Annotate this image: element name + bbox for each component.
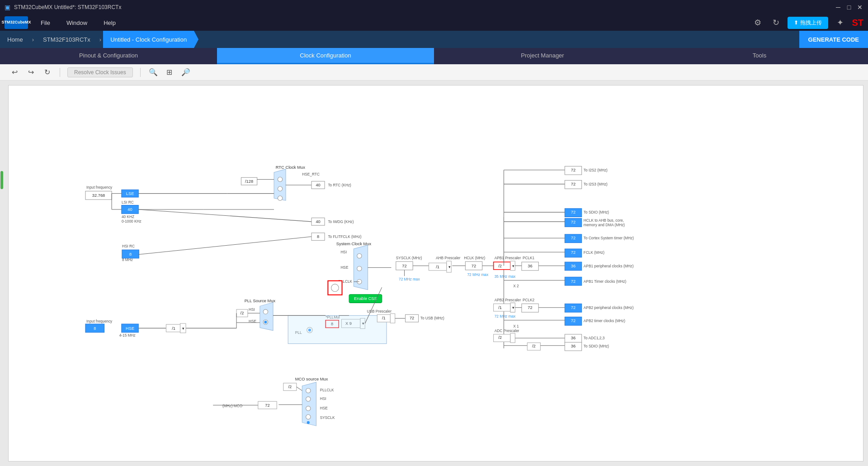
svg-text:To USB (MHz): To USB (MHz)	[420, 316, 444, 320]
tabbar: Pinout & Configuration Clock Configurati…	[0, 48, 868, 64]
svg-text:SYSCLK (MHz): SYSCLK (MHz)	[396, 256, 422, 260]
generate-code-button[interactable]: GENERATE CODE	[799, 31, 868, 48]
svg-text:32.768: 32.768	[92, 193, 105, 198]
svg-text:35 MHz max: 35 MHz max	[495, 274, 516, 279]
tab-tools[interactable]: Tools	[651, 48, 868, 64]
svg-text:72 MHz max: 72 MHz max	[467, 272, 489, 277]
breadcrumb-chip[interactable]: STM32F103RCTx	[36, 31, 98, 48]
svg-text:HSI: HSI	[340, 250, 347, 254]
svg-text:72: 72	[265, 403, 269, 408]
svg-text:8: 8	[129, 252, 132, 257]
maximize-btn[interactable]: □	[845, 4, 853, 11]
toolbar-sep2	[140, 68, 141, 77]
svg-text:72: 72	[571, 236, 576, 240]
main-area: Input frequency 32.768 LSE LSI RC 40 40 …	[0, 81, 868, 466]
toolbar: ↩ ↪ ↻ Resolve Clock Issues 🔍 ⊞ 🔎	[0, 64, 868, 81]
upload-icon: ⬆	[794, 19, 798, 26]
svg-line-39	[138, 209, 311, 222]
svg-text:To SDIO (MHz): To SDIO (MHz)	[584, 210, 609, 214]
svg-rect-179	[288, 315, 387, 343]
svg-text:PCLK1: PCLK1	[523, 256, 535, 260]
svg-point-199	[306, 397, 311, 401]
logo-line1: STM32	[2, 20, 15, 25]
svg-marker-115	[510, 333, 515, 343]
svg-text:36: 36	[571, 344, 576, 348]
close-btn[interactable]: ✕	[856, 4, 863, 11]
svg-text:To Cortex System timer (MHz): To Cortex System timer (MHz)	[584, 236, 634, 240]
redo-button[interactable]: ↪	[25, 67, 36, 78]
minimize-btn[interactable]: ─	[835, 4, 842, 11]
svg-text:ADC Prescaler: ADC Prescaler	[495, 328, 519, 333]
svg-text:To FLITFCLK (MHz): To FLITFCLK (MHz)	[328, 234, 361, 239]
svg-text:MCO source Mux: MCO source Mux	[295, 377, 328, 381]
svg-text:▾: ▾	[512, 264, 514, 268]
resolve-clock-button[interactable]: Resolve Clock Issues	[67, 67, 133, 77]
svg-text:▾: ▾	[448, 265, 451, 269]
svg-text:40: 40	[127, 207, 132, 212]
tab-pinout[interactable]: Pinout & Configuration	[0, 48, 217, 64]
app-icon: ▣	[5, 4, 10, 11]
svg-text:72: 72	[571, 182, 576, 186]
menubar: STM32 CubeMX File Window Help ⚙ ↻ ⬆ 拖拽上传…	[0, 14, 868, 31]
svg-text:40: 40	[316, 183, 320, 187]
svg-point-31	[278, 196, 282, 200]
breadcrumb-home[interactable]: Home	[0, 31, 30, 48]
svg-point-198	[306, 388, 311, 393]
svg-text:72: 72	[571, 210, 576, 214]
menu-file[interactable]: File	[37, 18, 54, 28]
svg-text:36: 36	[571, 336, 576, 340]
svg-text:36: 36	[528, 264, 532, 268]
network-icon[interactable]: ✦	[834, 16, 846, 29]
svg-text:/2: /2	[532, 344, 536, 348]
svg-text:PCLK2: PCLK2	[523, 298, 535, 302]
svg-text:APB2 Prescaler: APB2 Prescaler	[495, 298, 521, 302]
menu-help[interactable]: Help	[100, 18, 119, 28]
fit-button[interactable]: ⊞	[164, 67, 175, 78]
svg-text:APB2 peripheral clocks (MHz): APB2 peripheral clocks (MHz)	[584, 305, 634, 310]
svg-text:Enable CSS: Enable CSS	[354, 296, 377, 301]
svg-text:72: 72	[571, 305, 576, 310]
svg-text:/1: /1	[382, 316, 386, 320]
svg-text:72: 72	[528, 305, 532, 310]
svg-text:72 MHz max: 72 MHz max	[495, 314, 516, 319]
clock-diagram: Input frequency 32.768 LSE LSI RC 40 40 …	[9, 86, 863, 461]
svg-text:To I2S2 (MHz): To I2S2 (MHz)	[584, 168, 608, 172]
svg-text:APB1 peripheral clocks (MHz): APB1 peripheral clocks (MHz)	[584, 264, 634, 268]
menu-window[interactable]: Window	[63, 18, 91, 28]
svg-text:72: 72	[571, 250, 576, 255]
svg-point-30	[278, 186, 282, 191]
svg-text:8: 8	[317, 234, 319, 239]
refresh-toolbar-button[interactable]: ↻	[42, 67, 52, 78]
svg-text:/128: /128	[245, 179, 253, 184]
titlebar-text: STM32CubeMX Untitled*: STM32F103RCTx	[14, 4, 121, 10]
svg-text:To I2S3 (MHz): To I2S3 (MHz)	[584, 182, 608, 186]
svg-text:72: 72	[410, 316, 414, 320]
app-logo: STM32 CubeMX	[5, 16, 28, 29]
zoom-out-button[interactable]: 🔎	[180, 67, 191, 78]
svg-text:To RTC (KHz): To RTC (KHz)	[328, 183, 351, 187]
svg-text:LSE: LSE	[126, 191, 134, 196]
svg-text:/1: /1	[436, 265, 439, 269]
settings-icon[interactable]: ⚙	[751, 16, 764, 29]
upload-button[interactable]: ⬆ 拖拽上传	[788, 17, 828, 29]
svg-line-43	[138, 237, 311, 254]
svg-marker-155	[260, 302, 273, 330]
tab-clock[interactable]: Clock Configuration	[217, 48, 434, 64]
svg-text:LSI RC: LSI RC	[122, 200, 134, 204]
svg-text:FCLK (MHz): FCLK (MHz)	[584, 250, 604, 255]
svg-text:AHB Prescaler: AHB Prescaler	[436, 256, 461, 260]
zoom-in-button[interactable]: 🔍	[148, 67, 159, 78]
svg-text:72: 72	[571, 319, 576, 323]
svg-text:PLL Source Mux: PLL Source Mux	[245, 299, 276, 303]
tab-project[interactable]: Project Manager	[434, 48, 651, 64]
svg-text:APB2 timer clocks (MHz): APB2 timer clocks (MHz)	[584, 319, 625, 323]
svg-text:/1: /1	[172, 326, 175, 330]
breadcrumb: Home › STM32F103RCTx › Untitled - Clock …	[0, 31, 868, 48]
svg-point-200	[306, 406, 311, 411]
breadcrumb-current[interactable]: Untitled - Clock Configuration	[103, 31, 194, 48]
svg-text:PLLCLK: PLLCLK	[320, 388, 334, 392]
undo-button[interactable]: ↩	[9, 67, 20, 78]
svg-text:72: 72	[571, 168, 576, 172]
diagram-container[interactable]: Input frequency 32.768 LSE LSI RC 40 40 …	[8, 85, 863, 461]
refresh-icon[interactable]: ↻	[769, 16, 782, 29]
